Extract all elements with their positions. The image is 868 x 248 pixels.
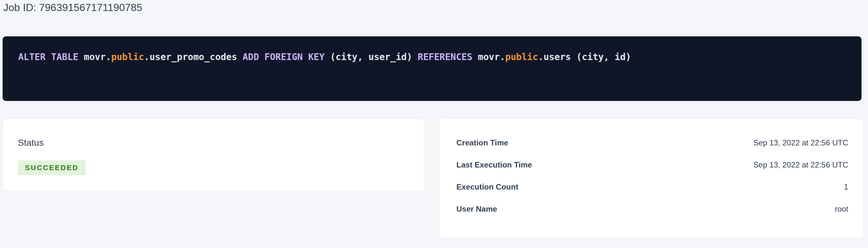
- cards-row: Status SUCCEEDED Creation Time Sep 13, 2…: [3, 119, 864, 238]
- detail-row-value: Sep 13, 2022 at 22:56 UTC: [753, 160, 848, 169]
- sql-token-keyword: REFERENCES: [418, 52, 478, 62]
- status-badge: SUCCEEDED: [18, 160, 86, 175]
- detail-row: Last Execution Time Sep 13, 2022 at 22:5…: [456, 154, 848, 176]
- detail-row: Execution Count 1: [456, 176, 848, 198]
- detail-row: User Name root: [456, 198, 848, 220]
- sql-token-identifier: .users (city, id): [538, 52, 631, 62]
- sql-token-identifier: movr.: [84, 52, 111, 62]
- detail-row-value: root: [835, 205, 848, 214]
- sql-token-schema: public: [505, 52, 538, 62]
- sql-token-identifier: .user_promo_codes: [144, 52, 243, 62]
- sql-token-identifier: movr.: [478, 52, 505, 62]
- details-card: Creation Time Sep 13, 2022 at 22:56 UTC …: [439, 119, 864, 238]
- detail-row-label: User Name: [456, 205, 497, 214]
- page-title: Job ID: 796391567171190785: [0, 0, 868, 14]
- detail-row-value: Sep 13, 2022 at 22:56 UTC: [753, 138, 848, 147]
- detail-row: Creation Time Sep 13, 2022 at 22:56 UTC: [456, 132, 848, 154]
- sql-terminal-box: ALTER TABLE movr.public.user_promo_codes…: [3, 36, 862, 101]
- detail-row-label: Creation Time: [456, 138, 508, 147]
- sql-token-keyword: ADD FOREIGN KEY: [243, 52, 330, 62]
- detail-row-label: Execution Count: [456, 182, 518, 191]
- sql-token-schema: public: [111, 52, 144, 62]
- detail-row-label: Last Execution Time: [456, 160, 532, 169]
- sql-token-keyword: ALTER TABLE: [18, 52, 84, 62]
- sql-token-identifier: (city, user_id): [330, 52, 418, 62]
- status-card-heading: Status: [18, 137, 409, 149]
- detail-row-value: 1: [844, 182, 848, 191]
- status-card: Status SUCCEEDED: [3, 119, 424, 191]
- sql-statement: ALTER TABLE movr.public.user_promo_codes…: [18, 51, 846, 63]
